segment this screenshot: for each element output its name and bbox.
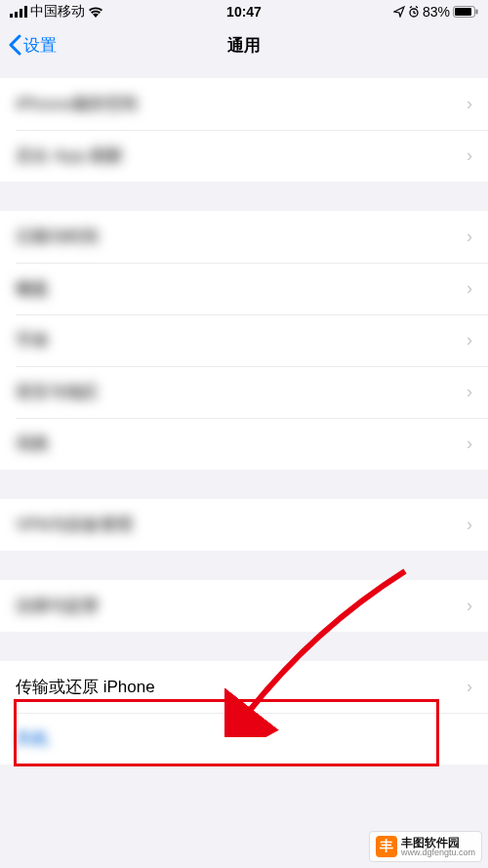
- back-label: 设置: [23, 34, 57, 57]
- location-icon: [393, 6, 405, 18]
- row-label-blurred: VPN与设备管理: [16, 514, 133, 536]
- row-label-blurred: 法律与监管: [16, 595, 99, 617]
- chevron-right-icon: ›: [467, 278, 472, 299]
- chevron-right-icon: ›: [467, 330, 472, 351]
- row-label-blurred: 日期与时间: [16, 226, 99, 248]
- battery-percent: 83%: [423, 4, 450, 20]
- svg-rect-6: [455, 8, 471, 16]
- back-button[interactable]: 设置: [8, 34, 57, 57]
- settings-group: 传输或还原 iPhone › 关机: [0, 661, 488, 765]
- svg-rect-3: [24, 6, 27, 18]
- row-label-blurred: 字体: [16, 329, 49, 351]
- settings-row[interactable]: 词典 ›: [0, 418, 488, 470]
- row-label-blurred: 键盘: [16, 277, 49, 300]
- settings-row[interactable]: 日期与时间 ›: [0, 211, 488, 263]
- chevron-right-icon: ›: [467, 145, 472, 166]
- navigation-bar: 设置 通用: [0, 23, 488, 66]
- settings-row[interactable]: 后台 App 刷新 ›: [0, 130, 488, 182]
- row-label-blurred: 词典: [16, 433, 49, 455]
- watermark: 丰 丰图软件园 www.dgfengtu.com: [369, 831, 482, 862]
- settings-group: iPhone储存空间 › 后台 App 刷新 ›: [0, 78, 488, 182]
- status-time: 10:47: [226, 4, 262, 20]
- carrier-label: 中国移动: [30, 3, 85, 21]
- cellular-signal-icon: [10, 6, 27, 18]
- settings-row[interactable]: iPhone储存空间 ›: [0, 78, 488, 130]
- watermark-text: 丰图软件园 www.dgfengtu.com: [401, 837, 475, 857]
- settings-row[interactable]: 键盘 ›: [0, 263, 488, 314]
- settings-group: VPN与设备管理 ›: [0, 499, 488, 551]
- row-label-blurred: iPhone储存空间: [16, 93, 138, 115]
- chevron-right-icon: ›: [467, 677, 472, 697]
- svg-rect-0: [10, 14, 13, 18]
- watermark-name: 丰图软件园: [401, 837, 475, 848]
- nav-title: 通用: [227, 34, 261, 57]
- settings-group: 日期与时间 › 键盘 › 字体 › 语言与地区 › 词典 ›: [0, 211, 488, 470]
- status-left: 中国移动: [10, 3, 103, 21]
- chevron-right-icon: ›: [467, 515, 472, 535]
- chevron-left-icon: [8, 34, 21, 56]
- svg-rect-1: [15, 12, 18, 18]
- settings-row[interactable]: VPN与设备管理 ›: [0, 499, 488, 551]
- chevron-right-icon: ›: [467, 94, 472, 114]
- row-label-blurred: 关机: [16, 727, 49, 750]
- row-label-blurred: 后台 App 刷新: [16, 145, 124, 167]
- chevron-right-icon: ›: [467, 227, 472, 247]
- wifi-icon: [88, 6, 103, 18]
- chevron-right-icon: ›: [467, 382, 472, 402]
- svg-rect-2: [20, 9, 22, 18]
- status-right: 83%: [393, 4, 478, 20]
- svg-rect-7: [476, 10, 478, 15]
- settings-row[interactable]: 字体 ›: [0, 314, 488, 366]
- chevron-right-icon: ›: [467, 434, 472, 454]
- settings-row[interactable]: 法律与监管 ›: [0, 580, 488, 632]
- alarm-icon: [408, 6, 420, 18]
- battery-icon: [453, 6, 478, 18]
- chevron-right-icon: ›: [467, 596, 472, 616]
- watermark-url: www.dgfengtu.com: [401, 848, 475, 857]
- watermark-logo-icon: 丰: [376, 836, 397, 857]
- settings-row[interactable]: 关机: [0, 713, 488, 765]
- transfer-or-reset-row[interactable]: 传输或还原 iPhone ›: [0, 661, 488, 713]
- row-label-blurred: 语言与地区: [16, 381, 99, 403]
- settings-group: 法律与监管 ›: [0, 580, 488, 632]
- settings-content: iPhone储存空间 › 后台 App 刷新 › 日期与时间 › 键盘 › 字体…: [0, 78, 488, 765]
- status-bar: 中国移动 10:47 83%: [0, 0, 488, 23]
- settings-row[interactable]: 语言与地区 ›: [0, 366, 488, 418]
- transfer-or-reset-label: 传输或还原 iPhone: [16, 676, 155, 698]
